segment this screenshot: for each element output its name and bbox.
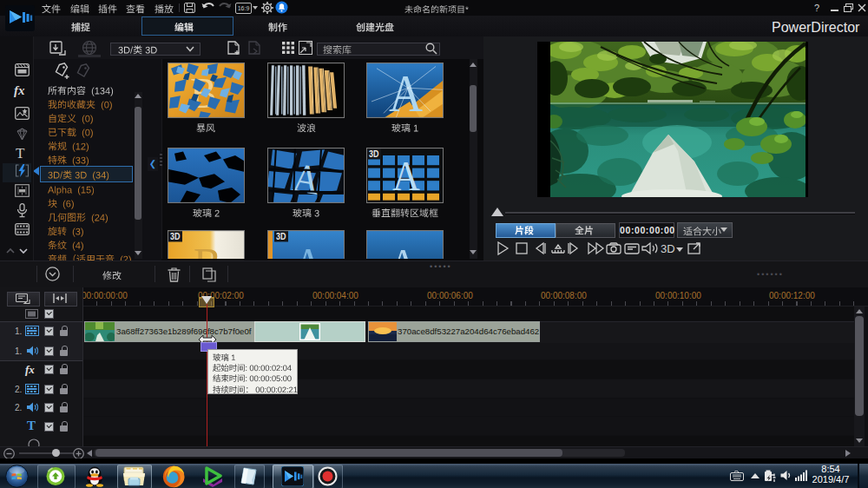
svg-text:A: A: [293, 240, 324, 259]
svg-text:A: A: [392, 152, 420, 200]
svg-text:3D: 3D: [661, 242, 675, 255]
svg-text:3D: 3D: [276, 232, 286, 242]
svg-text:B: B: [194, 240, 221, 259]
svg-text:A: A: [389, 64, 424, 118]
svg-text:A: A: [389, 239, 418, 259]
svg-text:3D: 3D: [170, 232, 181, 242]
svg-text:3D: 3D: [369, 149, 379, 160]
